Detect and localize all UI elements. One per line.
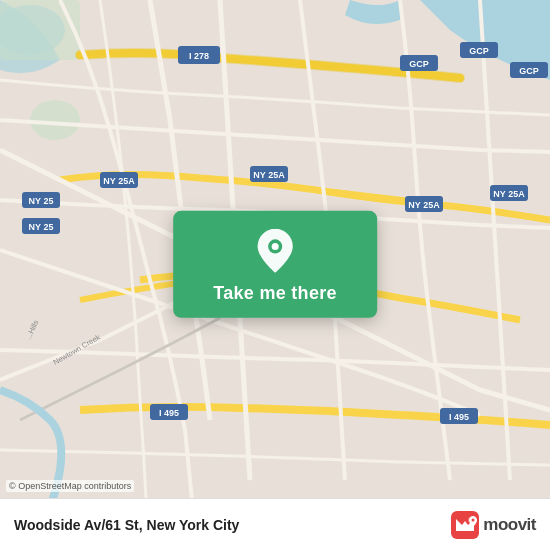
svg-text:NY 25A: NY 25A <box>253 170 285 180</box>
svg-text:I 495: I 495 <box>449 412 469 422</box>
map-container: I 278 NY 25A NY 25A NY 25A NY 25A NY 25 … <box>0 0 550 550</box>
svg-point-39 <box>472 518 475 521</box>
svg-text:NY 25A: NY 25A <box>408 200 440 210</box>
moovit-text: moovit <box>483 515 536 535</box>
svg-rect-3 <box>0 0 80 60</box>
svg-text:NY 25A: NY 25A <box>103 176 135 186</box>
svg-point-36 <box>271 243 278 250</box>
address-text: Woodside Av/61 St, New York City <box>14 517 239 533</box>
svg-point-4 <box>30 100 80 140</box>
moovit-logo: moovit <box>451 511 536 539</box>
svg-text:NY 25A: NY 25A <box>493 189 525 199</box>
moovit-icon <box>451 511 479 539</box>
take-me-there-button[interactable]: Take me there <box>173 211 377 318</box>
osm-credit: © OpenStreetMap contributors <box>6 480 134 492</box>
address-container: Woodside Av/61 St, New York City <box>14 517 239 533</box>
svg-text:GCP: GCP <box>519 66 539 76</box>
svg-text:NY 25: NY 25 <box>29 196 54 206</box>
take-me-there-label: Take me there <box>213 283 337 304</box>
svg-point-1 <box>450 5 530 35</box>
svg-text:NY 25: NY 25 <box>29 222 54 232</box>
svg-text:I 495: I 495 <box>159 408 179 418</box>
svg-text:I 278: I 278 <box>189 51 209 61</box>
take-me-there-overlay: Take me there <box>173 211 377 318</box>
svg-text:GCP: GCP <box>469 46 489 56</box>
svg-text:GCP: GCP <box>409 59 429 69</box>
location-pin-icon <box>253 229 297 273</box>
bottom-bar: Woodside Av/61 St, New York City moovit <box>0 498 550 550</box>
